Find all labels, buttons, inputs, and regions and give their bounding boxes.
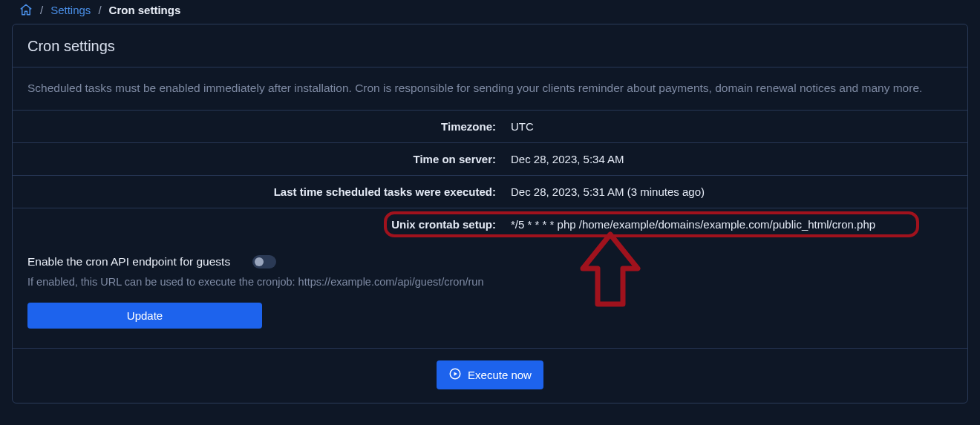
toggle-hint: If enabled, this URL can be used to exec… [27, 276, 953, 288]
row-crontab: Unix crontab setup: */5 * * * * php /hom… [13, 208, 967, 240]
breadcrumb: / Settings / Cron settings [12, 0, 968, 24]
breadcrumb-link-settings[interactable]: Settings [50, 4, 91, 16]
cron-settings-card: Cron settings Scheduled tasks must be en… [12, 24, 968, 403]
value-last-exec: Dec 28, 2023, 5:31 AM (3 minutes ago) [496, 185, 967, 198]
label-crontab: Unix crontab setup: [13, 218, 496, 231]
card-description-block: Scheduled tasks must be enabled immediat… [13, 67, 967, 111]
value-timezone: UTC [496, 120, 967, 133]
description-text: Scheduled tasks must be enabled immediat… [27, 79, 953, 96]
update-button-label: Update [127, 309, 163, 322]
row-last-exec: Last time scheduled tasks were executed:… [13, 176, 967, 208]
row-timezone: Timezone: UTC [13, 111, 967, 143]
execute-now-button[interactable]: Execute now [437, 360, 543, 389]
breadcrumb-current: Cron settings [109, 4, 181, 16]
label-last-exec: Last time scheduled tasks were executed: [13, 185, 496, 198]
play-circle-icon [448, 367, 462, 383]
label-server-time: Time on server: [13, 153, 496, 165]
toggle-cron-api[interactable] [252, 255, 276, 268]
settings-section: Enable the cron API endpoint for guests … [13, 240, 967, 349]
value-crontab: */5 * * * * php /home/example/domains/ex… [496, 218, 967, 231]
breadcrumb-separator: / [40, 4, 43, 16]
card-header: Cron settings [13, 24, 967, 67]
page-title: Cron settings [27, 38, 953, 55]
callout-arrow-icon [578, 230, 642, 313]
home-icon[interactable] [19, 3, 33, 16]
value-server-time: Dec 28, 2023, 5:34 AM [496, 153, 967, 165]
toggle-label: Enable the cron API endpoint for guests [27, 255, 230, 268]
row-server-time: Time on server: Dec 28, 2023, 5:34 AM [13, 143, 967, 176]
toggle-thumb [255, 257, 264, 266]
card-footer: Execute now [13, 349, 967, 403]
update-button[interactable]: Update [27, 303, 262, 329]
breadcrumb-separator: / [98, 4, 101, 16]
execute-now-label: Execute now [468, 369, 532, 381]
kv-list: Timezone: UTC Time on server: Dec 28, 20… [13, 111, 967, 240]
label-timezone: Timezone: [13, 120, 496, 133]
toggle-row-cron-api: Enable the cron API endpoint for guests [27, 255, 953, 268]
